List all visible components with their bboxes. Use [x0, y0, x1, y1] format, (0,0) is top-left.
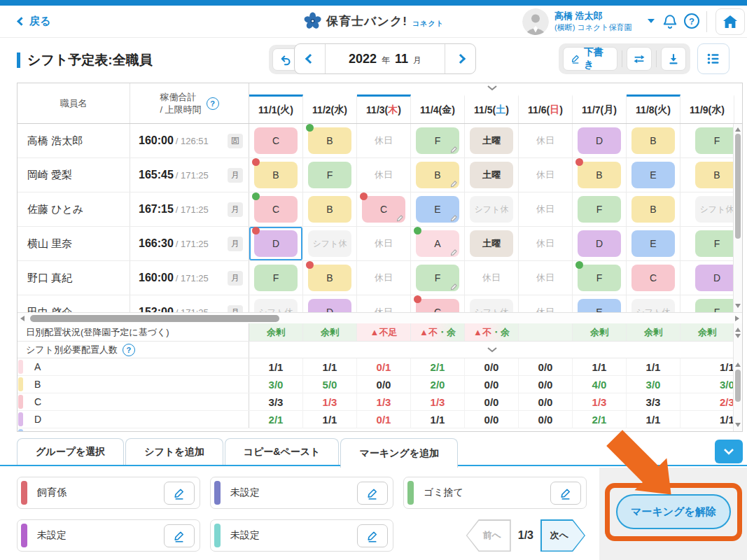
shift-cell[interactable]: F [680, 295, 734, 312]
shift-cell[interactable]: 休日 [519, 295, 573, 312]
shift-cell[interactable]: 休日 [465, 261, 519, 295]
collapse-panel-button[interactable] [715, 440, 743, 463]
spinner-down-icon[interactable] [735, 334, 741, 338]
marking-card[interactable]: 未設定 [17, 519, 200, 552]
scroll-down-arrow-icon[interactable] [735, 423, 741, 427]
collapse-dates-button[interactable] [249, 83, 734, 94]
date-header-11/3[interactable]: 11/3(木) [357, 94, 411, 123]
shift-cell[interactable]: 休日 [357, 227, 411, 260]
shift-cell[interactable]: 休日 [519, 124, 573, 158]
back-button[interactable]: 戻る [18, 15, 50, 28]
sync-button[interactable] [627, 47, 652, 71]
date-header-11/5[interactable]: 11/5(土) [465, 94, 519, 123]
work-total-help-button[interactable]: ? [207, 97, 219, 110]
shift-cell[interactable]: 休日 [519, 158, 573, 192]
scroll-left-arrow-icon[interactable] [20, 316, 25, 321]
tab-2[interactable]: シフトを追加 [125, 438, 223, 465]
shift-cell[interactable]: 休日 [357, 261, 411, 295]
shift-cell[interactable]: F [573, 192, 627, 226]
shift-cell[interactable]: シフト休 [465, 192, 519, 226]
date-header-11/1[interactable]: 11/1(火) [249, 94, 303, 123]
shift-cell[interactable]: 休日 [519, 227, 573, 260]
shift-cell[interactable]: F [411, 261, 465, 295]
shift-cell[interactable]: シフト休 [627, 295, 680, 312]
shift-cell[interactable]: E [573, 295, 627, 312]
avatar[interactable] [522, 8, 549, 35]
shift-cell[interactable]: E [627, 227, 680, 260]
marking-card[interactable]: 未設定 [210, 519, 393, 552]
scroll-up-arrow-icon[interactable] [735, 127, 741, 132]
date-header-11/2[interactable]: 11/2(水) [303, 94, 357, 123]
horizontal-scrollbar[interactable] [18, 312, 742, 323]
summary-scrollbar-thumb[interactable] [735, 370, 741, 402]
shift-cell[interactable]: 休日 [357, 295, 411, 312]
date-header-11/7[interactable]: 11/7(月) [573, 94, 627, 123]
marking-edit-button[interactable] [550, 482, 581, 505]
shift-cell[interactable]: E [627, 158, 680, 192]
summary-scrollbar[interactable] [733, 323, 742, 431]
marking-edit-button[interactable] [357, 524, 388, 547]
shift-cell[interactable]: シフト休 [249, 295, 303, 312]
release-marking-button[interactable]: マーキングを解除 [616, 494, 731, 529]
date-header-11/8[interactable]: 11/8(火) [627, 94, 680, 123]
shift-cell[interactable]: D [573, 227, 627, 260]
shift-cell[interactable]: B [303, 261, 357, 295]
date-header-11/9[interactable]: 11/9(水) [680, 94, 734, 123]
user-menu-caret-icon[interactable] [648, 19, 655, 23]
marking-edit-button[interactable] [357, 482, 388, 505]
tab-1[interactable]: グループを選択 [17, 438, 124, 465]
date-header-11/4[interactable]: 11/4(金) [411, 94, 465, 123]
marking-edit-button[interactable] [164, 524, 195, 547]
shift-cell[interactable]: F [680, 124, 734, 158]
help-button[interactable]: ? [684, 13, 699, 29]
marking-card[interactable]: ゴミ捨て [403, 477, 587, 509]
vertical-scrollbar-thumb[interactable] [735, 134, 741, 239]
pagination-next-button[interactable]: 次へ [540, 519, 585, 552]
shift-cell[interactable]: B [249, 158, 303, 192]
scroll-down-arrow-icon[interactable] [735, 304, 741, 308]
required-staff-help-button[interactable]: ? [123, 344, 135, 356]
shift-cell[interactable]: C [357, 192, 411, 226]
shift-cell[interactable]: B [303, 124, 357, 158]
shift-cell[interactable]: F [411, 124, 465, 158]
shift-cell[interactable]: B [627, 192, 680, 226]
shift-cell[interactable]: 休日 [357, 124, 411, 158]
date-header-11/6[interactable]: 11/6(日) [519, 94, 573, 123]
tab-4[interactable]: マーキングを追加 [340, 438, 458, 468]
shift-cell[interactable]: B [627, 124, 680, 158]
shift-cell[interactable]: F [573, 261, 627, 295]
shift-cell[interactable]: B [411, 158, 465, 192]
shift-cell[interactable]: C [249, 124, 303, 158]
spinner-up-icon[interactable] [735, 328, 741, 332]
shift-cell[interactable]: シフト休 [465, 295, 519, 312]
shift-cell[interactable]: D [249, 227, 303, 260]
shift-cell[interactable]: F [303, 158, 357, 192]
shift-cell[interactable]: B [573, 158, 627, 192]
shift-cell[interactable]: 土曜 [465, 227, 519, 260]
shift-cell[interactable]: C [411, 295, 465, 312]
shift-cell[interactable]: C [627, 261, 680, 295]
previous-month-button[interactable] [295, 44, 326, 74]
marking-card[interactable]: 未設定 [210, 477, 393, 509]
download-button[interactable] [661, 47, 686, 71]
shift-cell[interactable]: E [411, 192, 465, 226]
scroll-right-arrow-icon[interactable] [735, 316, 739, 321]
shift-cell[interactable]: F [249, 261, 303, 295]
marking-card[interactable]: 飼育係 [17, 477, 200, 509]
home-button[interactable] [715, 8, 745, 35]
shift-cell[interactable]: シフト休 [680, 192, 734, 226]
shift-cell[interactable]: B [303, 192, 357, 226]
shift-cell[interactable]: B [680, 158, 734, 192]
collapse-summary-button[interactable] [249, 342, 734, 358]
shift-cell[interactable]: 土曜 [465, 124, 519, 158]
vertical-scrollbar[interactable] [733, 124, 742, 312]
shift-cell[interactable]: 休日 [519, 192, 573, 226]
shift-cell[interactable]: 休日 [357, 158, 411, 192]
shift-cell[interactable]: 休日 [519, 261, 573, 295]
tab-3[interactable]: コピー&ペースト [225, 438, 340, 465]
shift-cell[interactable]: C [249, 192, 303, 226]
notifications-button[interactable] [661, 13, 679, 31]
shift-cell[interactable]: 土曜 [465, 158, 519, 192]
marking-edit-button[interactable] [164, 482, 195, 505]
shift-cell[interactable]: D [680, 261, 734, 295]
